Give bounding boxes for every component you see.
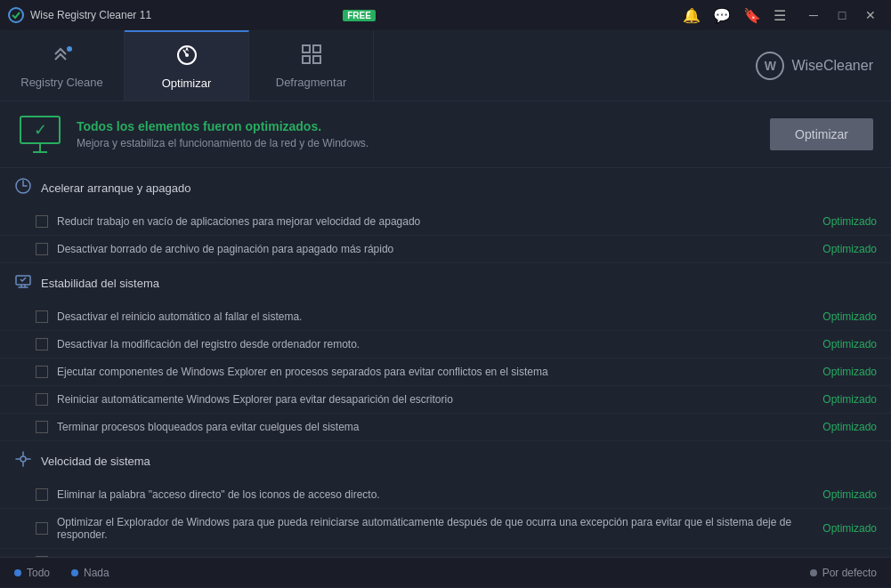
item-startup-1-status: Optimizado — [822, 215, 877, 228]
brand-name: WiseCleaner — [791, 58, 873, 74]
footer-none-label: Nada — [84, 567, 109, 579]
item-stability-2-status: Optimizado — [822, 338, 877, 350]
app-icon — [7, 6, 25, 24]
app-title: Wise Registry Cleaner 11 — [30, 9, 337, 21]
notification-icon[interactable]: 🔔 — [683, 7, 701, 24]
stability-section-title: Estabilidad del sistema — [41, 277, 159, 290]
footer-none[interactable]: Nada — [71, 567, 109, 579]
svg-rect-6 — [303, 56, 310, 63]
main-content: Acelerar arranque y apagado Reducir trab… — [0, 168, 891, 557]
item-stability-3: Ejecutar componentes de Windows Explorer… — [0, 358, 891, 386]
item-speed-1-checkbox[interactable] — [36, 488, 48, 501]
titlebar-actions: 🔔 💬 🔖 ☰ — [683, 7, 786, 24]
status-subtext: Mejora y estabiliza el funcionamiento de… — [77, 137, 369, 149]
message-icon[interactable]: 💬 — [713, 7, 731, 24]
item-stability-5: Terminar procesos bloqueados para evitar… — [0, 414, 891, 441]
navbar: Registry Cleane Optimizar Defragmentar W… — [0, 30, 891, 101]
tab-defrag[interactable]: Defragmentar — [249, 30, 374, 101]
item-startup-2-status: Optimizado — [822, 243, 877, 255]
free-badge: FREE — [343, 10, 376, 21]
startup-section-icon — [14, 177, 32, 199]
item-stability-4: Reiniciar automáticamente Windows Explor… — [0, 386, 891, 414]
tab-registry-label: Registry Cleane — [20, 76, 103, 89]
footer-default-label: Por defecto — [822, 567, 877, 579]
item-speed-3: Optimizar el efecto visual del menú y la… — [0, 549, 891, 557]
section-startup-header: Acelerar arranque y apagado — [0, 168, 891, 208]
defrag-tab-icon — [299, 42, 324, 72]
brand-area: W WiseCleaner — [374, 30, 891, 101]
item-speed-2-status: Optimizado — [822, 522, 877, 535]
section-stability-header: Estabilidad del sistema — [0, 263, 891, 303]
section-speed-header: Velocidad de sistema — [0, 441, 891, 481]
footer-all-dot — [14, 569, 21, 576]
tab-optimize[interactable]: Optimizar — [125, 30, 249, 101]
item-startup-1: Reducir trabajo en vacío de aplicaciones… — [0, 208, 891, 236]
stability-section-icon — [14, 272, 32, 294]
titlebar: Wise Registry Cleaner 11 FREE 🔔 💬 🔖 ☰ ─ … — [0, 0, 891, 30]
item-stability-4-checkbox[interactable] — [36, 393, 48, 406]
speed-section-title: Velocidad de sistema — [41, 455, 150, 468]
footer-all-label: Todo — [27, 567, 50, 579]
footer-default-dot — [810, 569, 817, 576]
footer-all[interactable]: Todo — [14, 567, 50, 579]
item-speed-2: Optimizar el Explorador de Windows para … — [0, 509, 891, 549]
svg-point-3 — [185, 53, 189, 57]
item-speed-1-status: Optimizado — [822, 488, 877, 501]
svg-rect-4 — [303, 45, 310, 52]
status-monitor-icon: ✓ — [18, 112, 62, 157]
item-startup-1-checkbox[interactable] — [36, 215, 48, 228]
optimize-button[interactable]: Optimizar — [770, 118, 873, 150]
footer-default[interactable]: Por defecto — [810, 567, 877, 579]
minimize-button[interactable]: ─ — [800, 5, 827, 25]
tab-registry[interactable]: Registry Cleane — [0, 30, 125, 101]
startup-section-title: Acelerar arranque y apagado — [41, 181, 190, 195]
item-stability-1-label: Desactivar el reinicio automático al fal… — [57, 310, 808, 323]
item-stability-5-checkbox[interactable] — [36, 421, 48, 433]
status-banner: ✓ Todos los elementos fueron optimizados… — [0, 101, 891, 168]
svg-point-0 — [9, 8, 23, 22]
item-speed-3-label: Optimizar el efecto visual del menú y la… — [57, 556, 808, 557]
item-speed-1: Eliminar la palabra "acceso directo" de … — [0, 481, 891, 509]
brand-logo: W — [756, 52, 784, 80]
item-stability-2-label: Desactivar la modificación del registro … — [57, 338, 808, 350]
speed-section-icon — [14, 450, 32, 472]
svg-point-10 — [20, 456, 26, 462]
item-speed-2-checkbox[interactable] — [36, 522, 48, 535]
item-stability-5-status: Optimizado — [822, 421, 877, 433]
close-button[interactable]: ✕ — [857, 5, 884, 25]
item-startup-1-label: Reducir trabajo en vacío de aplicaciones… — [57, 215, 808, 228]
item-stability-3-label: Ejecutar componentes de Windows Explorer… — [57, 366, 808, 378]
window-controls: ─ □ ✕ — [800, 5, 884, 25]
maximize-button[interactable]: □ — [829, 5, 855, 25]
item-stability-3-status: Optimizado — [822, 366, 877, 378]
check-icon: ✓ — [34, 120, 47, 140]
status-headline: Todos los elementos fueron optimizados. — [77, 119, 369, 133]
bookmark-icon[interactable]: 🔖 — [743, 7, 761, 24]
item-speed-3-checkbox[interactable] — [36, 556, 48, 557]
item-speed-3-status: Optimizado — [822, 556, 877, 557]
svg-rect-5 — [313, 45, 320, 52]
footer: Todo Nada Por defecto — [0, 557, 891, 587]
item-speed-1-label: Eliminar la palabra "acceso directo" de … — [57, 488, 808, 501]
item-stability-1-status: Optimizado — [822, 310, 877, 323]
status-text: Todos los elementos fueron optimizados. … — [77, 119, 369, 149]
tab-optimize-label: Optimizar — [162, 77, 212, 90]
item-startup-2: Desactivar borrado de archivo de paginac… — [0, 236, 891, 263]
status-content: ✓ Todos los elementos fueron optimizados… — [18, 112, 369, 157]
item-stability-1: Desactivar el reinicio automático al fal… — [0, 303, 891, 331]
item-stability-4-status: Optimizado — [822, 393, 877, 406]
item-stability-4-label: Reiniciar automáticamente Windows Explor… — [57, 393, 808, 406]
item-startup-2-checkbox[interactable] — [36, 243, 48, 255]
tab-defrag-label: Defragmentar — [276, 76, 346, 89]
item-speed-2-label: Optimizar el Explorador de Windows para … — [57, 516, 808, 541]
item-stability-2-checkbox[interactable] — [36, 338, 48, 350]
svg-point-1 — [67, 46, 72, 52]
item-stability-2: Desactivar la modificación del registro … — [0, 331, 891, 358]
item-stability-1-checkbox[interactable] — [36, 310, 48, 323]
footer-none-dot — [71, 569, 78, 576]
registry-tab-icon — [50, 42, 75, 72]
svg-rect-7 — [313, 56, 320, 63]
item-stability-3-checkbox[interactable] — [36, 366, 48, 378]
optimize-tab-icon — [174, 43, 199, 73]
layout-icon[interactable]: ☰ — [774, 7, 786, 24]
